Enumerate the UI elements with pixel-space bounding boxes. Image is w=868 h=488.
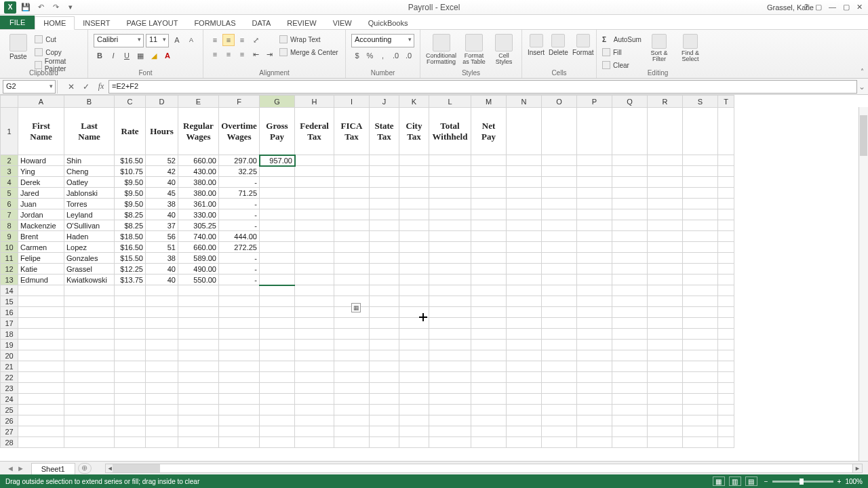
- cell-G2[interactable]: 957.00: [260, 155, 295, 166]
- cell-T9[interactable]: [718, 231, 734, 242]
- cell-D21[interactable]: [146, 361, 178, 372]
- cell-H21[interactable]: [295, 361, 334, 372]
- row-header-7[interactable]: 7: [1, 209, 18, 220]
- cell-P25[interactable]: [577, 405, 612, 415]
- cell-N4[interactable]: [507, 177, 542, 188]
- cell-E26[interactable]: [178, 415, 219, 426]
- tab-data[interactable]: DATA: [244, 17, 279, 29]
- cell-S7[interactable]: [683, 209, 718, 220]
- cell-M5[interactable]: [471, 188, 507, 199]
- cell-S23[interactable]: [683, 383, 718, 394]
- cell-M9[interactable]: [471, 231, 507, 242]
- cell-L8[interactable]: [429, 220, 471, 231]
- cell-K27[interactable]: [399, 426, 429, 437]
- cell-I7[interactable]: [334, 209, 370, 220]
- cell-O2[interactable]: [542, 155, 577, 166]
- cell-C11[interactable]: $15.50: [115, 253, 146, 264]
- cell-F18[interactable]: [219, 329, 260, 340]
- cell-A24[interactable]: [18, 394, 64, 405]
- row-header-2[interactable]: 2: [1, 155, 18, 166]
- cell-Q1[interactable]: [612, 108, 648, 155]
- row-header-8[interactable]: 8: [1, 220, 18, 231]
- cell-N15[interactable]: [507, 296, 542, 307]
- increase-indent-icon[interactable]: ⇥: [263, 48, 275, 60]
- cell-I14[interactable]: [334, 285, 370, 296]
- cell-N8[interactable]: [507, 220, 542, 231]
- row-header-27[interactable]: 27: [1, 426, 18, 437]
- cell-C17[interactable]: [115, 318, 146, 329]
- cell-E3[interactable]: 430.00: [178, 166, 219, 177]
- cell-D23[interactable]: [146, 383, 178, 394]
- cell-E23[interactable]: [178, 383, 219, 394]
- cell-G15[interactable]: [260, 296, 295, 307]
- cell-O13[interactable]: [542, 274, 577, 285]
- cell-F4[interactable]: -: [219, 177, 260, 188]
- cell-M1[interactable]: NetPay: [471, 108, 507, 155]
- cell-O21[interactable]: [542, 361, 577, 372]
- cell-H15[interactable]: [295, 296, 334, 307]
- cell-A3[interactable]: Ying: [18, 166, 64, 177]
- cell-J8[interactable]: [370, 220, 399, 231]
- column-header-O[interactable]: O: [542, 96, 577, 108]
- cell-Q16[interactable]: [612, 307, 648, 318]
- cancel-formula-icon[interactable]: ✕: [64, 80, 79, 94]
- cell-D12[interactable]: 40: [146, 264, 178, 274]
- cell-B23[interactable]: [64, 383, 115, 394]
- font-color-button[interactable]: A: [161, 49, 174, 62]
- cell-J12[interactable]: [370, 264, 399, 274]
- cell-T26[interactable]: [718, 415, 734, 426]
- cell-A28[interactable]: [18, 437, 64, 448]
- cell-M6[interactable]: [471, 199, 507, 209]
- cell-N1[interactable]: [507, 108, 542, 155]
- cell-D4[interactable]: 40: [146, 177, 178, 188]
- cell-B28[interactable]: [64, 437, 115, 448]
- column-header-M[interactable]: M: [471, 96, 507, 108]
- column-header-P[interactable]: P: [577, 96, 612, 108]
- cell-F7[interactable]: -: [219, 209, 260, 220]
- cell-T10[interactable]: [718, 242, 734, 253]
- cell-F9[interactable]: 444.00: [219, 231, 260, 242]
- cell-D22[interactable]: [146, 372, 178, 383]
- cell-H18[interactable]: [295, 329, 334, 340]
- cell-B17[interactable]: [64, 318, 115, 329]
- cell-E10[interactable]: 660.00: [178, 242, 219, 253]
- cell-T27[interactable]: [718, 426, 734, 437]
- cell-H1[interactable]: FederalTax: [295, 108, 334, 155]
- cell-A12[interactable]: Katie: [18, 264, 64, 274]
- cell-L19[interactable]: [429, 340, 471, 350]
- cell-M25[interactable]: [471, 405, 507, 415]
- cell-L6[interactable]: [429, 199, 471, 209]
- conditional-formatting-button[interactable]: Conditional Formatting: [426, 33, 456, 65]
- cell-J11[interactable]: [370, 253, 399, 264]
- cell-A13[interactable]: Edmund: [18, 274, 64, 285]
- formula-input[interactable]: =E2+F2: [108, 80, 857, 94]
- cell-K6[interactable]: [399, 199, 429, 209]
- cell-T17[interactable]: [718, 318, 734, 329]
- cell-S19[interactable]: [683, 340, 718, 350]
- cell-C5[interactable]: $9.50: [115, 188, 146, 199]
- cell-R18[interactable]: [648, 329, 683, 340]
- cell-E6[interactable]: 361.00: [178, 199, 219, 209]
- cell-H26[interactable]: [295, 415, 334, 426]
- cell-D14[interactable]: [146, 285, 178, 296]
- cell-A20[interactable]: [18, 350, 64, 361]
- cell-F8[interactable]: -: [219, 220, 260, 231]
- cell-N9[interactable]: [507, 231, 542, 242]
- cell-L20[interactable]: [429, 350, 471, 361]
- cell-K20[interactable]: [399, 350, 429, 361]
- cell-H2[interactable]: [295, 155, 334, 166]
- cell-S13[interactable]: [683, 274, 718, 285]
- align-top-icon[interactable]: ≡: [209, 34, 221, 46]
- cell-D10[interactable]: 51: [146, 242, 178, 253]
- column-header-J[interactable]: J: [370, 96, 399, 108]
- cell-G7[interactable]: [260, 209, 295, 220]
- cell-J27[interactable]: [370, 426, 399, 437]
- cell-Q23[interactable]: [612, 383, 648, 394]
- cell-B16[interactable]: [64, 307, 115, 318]
- row-header-14[interactable]: 14: [1, 285, 18, 296]
- cell-G3[interactable]: [260, 166, 295, 177]
- cell-T15[interactable]: [718, 296, 734, 307]
- cell-G4[interactable]: [260, 177, 295, 188]
- cell-M4[interactable]: [471, 177, 507, 188]
- cell-M15[interactable]: [471, 296, 507, 307]
